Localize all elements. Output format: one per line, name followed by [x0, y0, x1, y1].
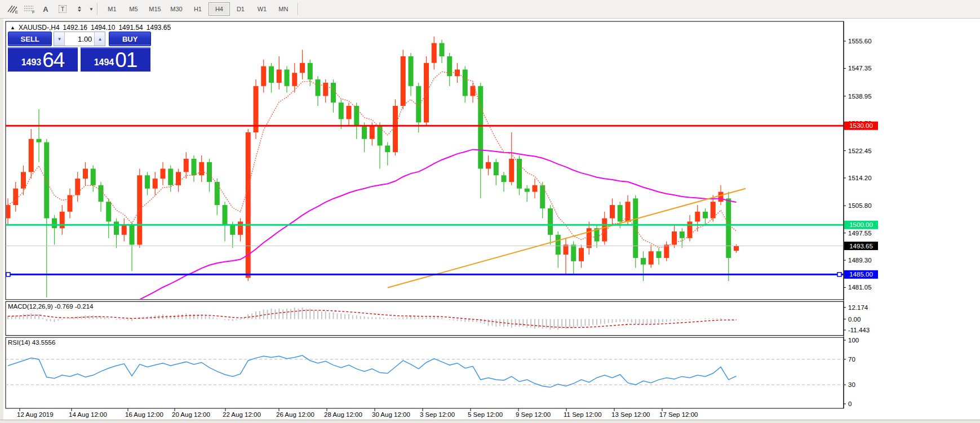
date-tick-label: 3 Sep 12:00: [420, 411, 455, 418]
date-tick-label: 16 Aug 12:00: [125, 411, 163, 418]
sell-price-main: 1493: [21, 57, 42, 68]
rsi-tick-label: 100: [848, 337, 859, 344]
date-tick-label: 20 Aug 12:00: [172, 411, 210, 418]
price-tick-label: 1547.35: [848, 65, 872, 72]
buy-button[interactable]: BUY: [109, 32, 151, 46]
buy-price-main: 1494: [94, 57, 114, 68]
date-tick-label: 17 Sep 12:00: [659, 411, 698, 418]
sell-price-pips: 64: [42, 50, 64, 70]
price-tick-label: 1489.30: [848, 257, 872, 264]
price-tick-label: 1497.55: [848, 230, 872, 237]
sell-button[interactable]: SELL: [8, 32, 52, 46]
volume-stepper: ▼ ▲: [54, 32, 105, 46]
sell-price-display[interactable]: 1493 64: [8, 47, 78, 72]
level-badge-1500.00-text: 1500.00: [849, 221, 873, 228]
date-tick-label: 9 Sep 12:00: [516, 411, 551, 418]
ohlc-header: ▲ XAUUSD-,H4 1492.16 1494.10 1491.54 149…: [10, 24, 171, 32]
price-tick-label: 1555.60: [848, 38, 872, 44]
one-click-trading-panel: SELL ▼ ▲ BUY 1493 64 1494 01: [8, 32, 151, 72]
rsi-label: RSI(14) 43.5556: [8, 339, 55, 346]
volume-input[interactable]: [65, 32, 94, 46]
high-value: 1494.10: [91, 24, 115, 32]
date-tick-label: 5 Sep 12:00: [468, 411, 503, 418]
rsi-tick-label: 70: [848, 356, 855, 363]
open-value: 1492.16: [63, 24, 87, 32]
volume-increase-button[interactable]: ▲: [94, 32, 105, 46]
date-tick-label: 13 Sep 12:00: [611, 411, 650, 418]
price-tick-label: 1522.45: [848, 148, 872, 154]
date-tick-label: 12 Aug 2019: [17, 411, 54, 418]
date-tick-label: 26 Aug 12:00: [276, 411, 314, 418]
level-badge-1485.00-text: 1485.00: [849, 271, 873, 278]
buy-price-pips: 01: [115, 50, 137, 70]
rsi-tick-label: 0: [848, 400, 852, 407]
collapse-triangle-icon[interactable]: ▲: [10, 25, 15, 30]
price-tick-label: 1538.95: [848, 93, 872, 100]
low-value: 1491.54: [118, 24, 143, 32]
level-badge-1530.00-text: 1530.00: [849, 122, 873, 129]
symbol-period-label: XAUUSD-,H4: [19, 24, 60, 32]
buy-price-display[interactable]: 1494 01: [81, 47, 150, 72]
price-tick-label: 1481.05: [848, 284, 872, 291]
macd-tick-label: 12.174: [848, 304, 868, 311]
rsi-tick-label: 30: [848, 381, 855, 388]
macd-tick-label: 0.00: [848, 316, 861, 323]
price-tick-label: 1505.80: [848, 202, 872, 209]
current-price-badge-text: 1493.65: [849, 243, 873, 250]
date-tick-label: 22 Aug 12:00: [223, 411, 261, 418]
line-handle-left[interactable]: [6, 273, 10, 277]
date-tick-label: 28 Aug 12:00: [324, 411, 362, 418]
date-tick-label: 30 Aug 12:00: [372, 411, 410, 418]
volume-decrease-button[interactable]: ▼: [54, 32, 65, 46]
macd-label: MACD(12,26,9) -0.769 -0.214: [8, 303, 94, 310]
bottom-strip: [0, 420, 980, 423]
close-value: 1493.65: [147, 24, 171, 32]
line-handle-right[interactable]: [837, 273, 841, 277]
date-tick-label: 14 Aug 12:00: [69, 411, 107, 418]
rsi-panel: [6, 337, 844, 408]
date-tick-label: 11 Sep 12:00: [564, 411, 602, 418]
price-tick-label: 1514.20: [848, 175, 872, 181]
macd-tick-label: -11.443: [848, 327, 870, 333]
